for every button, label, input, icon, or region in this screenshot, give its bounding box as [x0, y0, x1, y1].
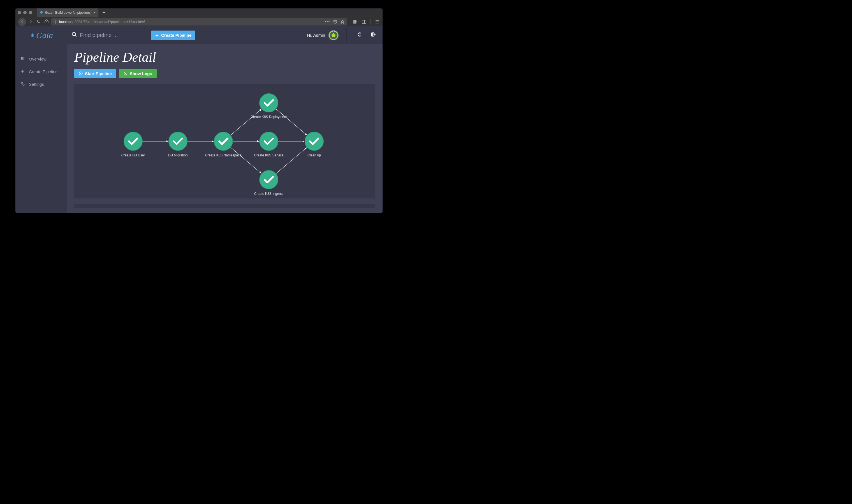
graph-node[interactable] [305, 132, 323, 150]
nav-forward-button[interactable] [28, 19, 34, 25]
browser-navbar: ⓘ localhost:8081/#/pipeline/detail?pipel… [15, 17, 383, 26]
url-host: localhost [59, 20, 73, 24]
library-icon[interactable] [352, 19, 358, 24]
sidebar-item-create-pipeline[interactable]: Create Pipeline [15, 65, 67, 78]
tab-close-icon[interactable]: × [93, 11, 95, 15]
pocket-icon[interactable] [333, 20, 338, 24]
logo-text: Gaia [36, 31, 53, 40]
svg-line-5 [75, 35, 76, 37]
browser-window: Gaia - Build powerful pipelines × + ⓘ lo… [15, 8, 383, 213]
arrow-right-icon [29, 19, 33, 23]
nav-back-button[interactable] [18, 18, 26, 26]
page-title: Pipeline Detail [74, 49, 375, 65]
refresh-icon [357, 32, 362, 37]
plus-icon [20, 69, 25, 74]
svg-point-4 [72, 33, 76, 36]
tab-title: Gaia - Build powerful pipelines [45, 11, 91, 15]
divider [346, 29, 347, 42]
sidebar-item-label: Settings [29, 82, 44, 87]
svg-point-13 [305, 132, 323, 150]
graph-node-label: Clean up [307, 153, 321, 157]
graph-node[interactable] [259, 170, 278, 189]
svg-point-2 [21, 83, 23, 84]
plus-icon [155, 33, 159, 37]
svg-point-9 [214, 132, 233, 150]
create-pipeline-label: Create Pipeline [161, 33, 192, 38]
browser-tab[interactable]: Gaia - Build powerful pipelines × [37, 8, 98, 17]
content: Pipeline Detail Start Pipeline Show Logs [67, 44, 383, 213]
main-area: Create Pipeline Hi, Admin Pipeline Detai… [67, 26, 383, 213]
pipeline-graph[interactable]: Create DB UserDB MigrationCreate K8S Nam… [74, 84, 375, 198]
url-more-icon[interactable]: ••• [325, 20, 330, 24]
start-pipeline-label: Start Pipeline [85, 71, 112, 76]
nav-reload-button[interactable] [36, 19, 42, 25]
logo-flame-icon [30, 32, 36, 38]
graph-canvas [74, 84, 375, 198]
menu-icon[interactable] [375, 19, 380, 24]
traffic-close[interactable] [18, 11, 21, 14]
logout-icon [370, 32, 376, 37]
svg-point-3 [23, 84, 24, 86]
bookmark-star-icon[interactable] [340, 20, 345, 24]
svg-point-11 [259, 132, 278, 150]
graph-edge [276, 148, 307, 174]
graph-node-label: DB Migration [168, 153, 187, 157]
graph-edge [230, 147, 261, 173]
gear-icon [20, 82, 25, 87]
logout-button[interactable] [368, 31, 378, 40]
traffic-lights [18, 11, 32, 14]
graph-node[interactable] [169, 132, 187, 150]
grid-icon [20, 57, 25, 61]
reload-icon [36, 19, 41, 23]
show-logs-label: Show Logs [130, 71, 152, 76]
graph-node-label: Create K8S Namespace [205, 153, 241, 157]
sidebar-item-overview[interactable]: Overview [15, 53, 67, 65]
greeting-text: Hi, Admin [307, 33, 325, 38]
sidebar-item-label: Create Pipeline [29, 69, 58, 74]
titlebar: Gaia - Build powerful pipelines × + [15, 8, 383, 17]
svg-rect-0 [362, 20, 366, 23]
graph-node[interactable] [124, 132, 142, 150]
show-logs-button[interactable]: Show Logs [119, 69, 157, 78]
traffic-minimize[interactable] [23, 11, 26, 14]
svg-point-12 [259, 170, 278, 189]
svg-point-8 [169, 132, 187, 150]
graph-node[interactable] [259, 132, 278, 150]
sidebar: Gaia Overview Create Pipeline [15, 26, 67, 213]
sidebar-icon[interactable] [362, 19, 367, 24]
graph-node-label: Create DB User [121, 153, 145, 157]
svg-point-7 [124, 132, 142, 150]
graph-node-label: Create K8S Deployment [251, 115, 287, 119]
nav-home-button[interactable] [43, 19, 50, 25]
user-avatar[interactable] [328, 30, 339, 40]
graph-node-label: Create K8S Ingress [254, 192, 284, 196]
create-pipeline-button[interactable]: Create Pipeline [151, 31, 195, 40]
sidebar-nav: Overview Create Pipeline Settings [15, 53, 67, 91]
app-logo[interactable]: Gaia [15, 26, 67, 44]
url-path: :8081/#/pipeline/detail?pipelineid=1&run… [73, 20, 145, 24]
graph-edge [230, 109, 261, 136]
graph-node-label: Create K8S Service [254, 153, 283, 157]
graph-edge [276, 109, 307, 135]
arrow-left-icon [20, 20, 24, 24]
svg-point-10 [259, 94, 278, 112]
graph-node[interactable] [214, 132, 233, 150]
play-circle-icon [79, 71, 83, 75]
sidebar-item-label: Overview [29, 57, 47, 61]
traffic-zoom[interactable] [29, 11, 32, 14]
sidebar-item-settings[interactable]: Settings [15, 78, 67, 91]
search-input[interactable] [80, 32, 144, 38]
terminal-icon [124, 71, 128, 75]
start-pipeline-button[interactable]: Start Pipeline [74, 69, 116, 78]
refresh-button[interactable] [355, 31, 365, 40]
search-icon [71, 32, 77, 39]
new-tab-button[interactable]: + [98, 10, 110, 16]
lower-card [74, 204, 375, 208]
url-bar[interactable]: ⓘ localhost:8081/#/pipeline/detail?pipel… [51, 18, 347, 25]
home-icon [44, 19, 49, 23]
info-icon[interactable]: ⓘ [54, 19, 57, 24]
graph-node[interactable] [259, 94, 278, 112]
gaia-favicon-icon [39, 11, 43, 15]
app-shell: Gaia Overview Create Pipeline [15, 26, 383, 213]
action-row: Start Pipeline Show Logs [74, 69, 375, 78]
